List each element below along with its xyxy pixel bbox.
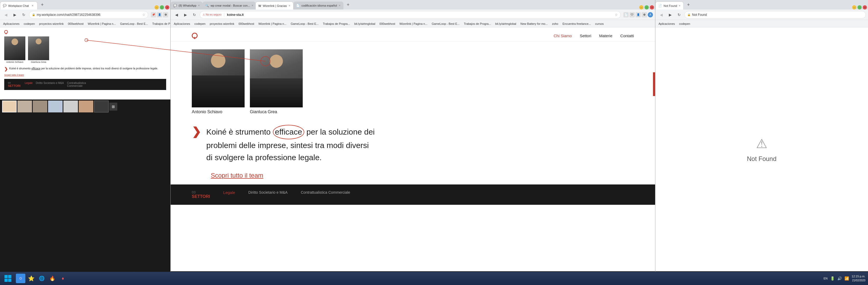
- back-button-main[interactable]: ◀: [173, 11, 180, 19]
- close-notfound[interactable]: ✕: [679, 4, 681, 7]
- pdf-ext[interactable]: 📄: [623, 12, 629, 17]
- bm-000webhost2-main[interactable]: 000webhost: [378, 22, 396, 26]
- bm-proyectos-main[interactable]: proyectos wizerlink: [209, 22, 235, 26]
- nav-bar-notfound: ◀ ▶ ↻ 🔒 Not Found: [655, 9, 868, 20]
- close-button-notfound[interactable]: ✕: [863, 5, 867, 9]
- legal-small[interactable]: Legale: [25, 81, 32, 87]
- reload-button-notfound[interactable]: ↻: [676, 11, 683, 19]
- address-bar-left[interactable]: 🔒 my.workplace.com/chat/t/29871622546383…: [29, 11, 148, 19]
- thumb-expand[interactable]: ⊞: [110, 103, 117, 111]
- close-codificacion[interactable]: ✕: [339, 4, 341, 7]
- new-tab-notfound[interactable]: +: [685, 1, 692, 8]
- bm-airtm2-main[interactable]: bit.ly/airtmglobal: [494, 22, 517, 26]
- address-bar-main[interactable]: ⚠ No es seguro koine-sta.it ☆: [200, 11, 621, 19]
- user-ext[interactable]: 👤: [636, 12, 641, 17]
- extension-icons-main: 📄 🛡 👤 ⚙ A: [623, 12, 653, 17]
- bookmark-gameloop[interactable]: GameLoop - Best E...: [119, 22, 149, 26]
- taskbar-app2[interactable]: 🔥: [48, 274, 57, 283]
- taskbar-app3[interactable]: ♦: [58, 274, 68, 283]
- forward-button-main[interactable]: ▶: [182, 11, 189, 19]
- tab-not-found[interactable]: 📄 Not Found ✕: [655, 2, 684, 9]
- bm-cursos[interactable]: cursos: [594, 22, 604, 26]
- tab-bar-main: 💬 (8) WhatsApp ✕ 🔍 wp crear modal - Busc…: [170, 0, 655, 9]
- thumb-6[interactable]: [79, 101, 93, 112]
- close-button-left[interactable]: ✕: [165, 5, 169, 9]
- settori-links-small: Legale Diritto Societario e M&A Contratt…: [25, 81, 86, 87]
- bm-wizerlink-main[interactable]: Wizerlink | Pagina n...: [257, 22, 287, 26]
- forward-button-left[interactable]: ▶: [11, 11, 19, 19]
- maximize-button-left[interactable]: □: [160, 5, 164, 9]
- bm-not1[interactable]: Aplicaciones: [657, 22, 676, 26]
- minimize-button-main[interactable]: —: [639, 5, 644, 9]
- bm-aplicaciones-main[interactable]: Aplicaciones: [173, 22, 191, 26]
- tab-whatsapp[interactable]: 💬 (8) WhatsApp ✕: [170, 2, 203, 9]
- tab-close-chat[interactable]: ✕: [30, 4, 35, 8]
- close-wp-crear[interactable]: ✕: [251, 4, 254, 7]
- settings-ext[interactable]: ⚙: [642, 12, 647, 17]
- maximize-button-notfound[interactable]: □: [858, 5, 862, 9]
- discover-link-small[interactable]: Scopri tutto il team: [4, 74, 166, 76]
- bm-000webhost-main[interactable]: 000webhost: [238, 22, 255, 26]
- bookmark-wizerlink2[interactable]: Wizerlink | Pagina n...: [87, 22, 117, 26]
- taskbar-file[interactable]: ⭐: [26, 274, 36, 283]
- thumb-5[interactable]: [63, 101, 78, 112]
- close-whatsapp[interactable]: ✕: [198, 4, 200, 7]
- thumb-7[interactable]: [94, 101, 108, 112]
- reload-button-left[interactable]: ↻: [20, 11, 28, 19]
- thumb-4[interactable]: [48, 101, 63, 112]
- nav-settori[interactable]: Settori: [580, 34, 591, 38]
- new-tab-button-left[interactable]: +: [38, 1, 46, 8]
- tab-workplace-chat[interactable]: 💬 Workplace Chat ✕: [0, 2, 37, 9]
- back-button-left[interactable]: ◀: [2, 11, 9, 19]
- discover-link-main[interactable]: Scopri tutto il team: [211, 172, 264, 179]
- bookmark-wizerlink[interactable]: proyectos wizerlink: [38, 22, 65, 26]
- bookmark-star-main[interactable]: ☆: [615, 13, 618, 16]
- settori-legale[interactable]: Legale: [223, 190, 235, 195]
- back-button-notfound[interactable]: ◀: [657, 11, 665, 19]
- bm-wizerlink2-main[interactable]: Wizerlink | Pagina n...: [398, 22, 429, 26]
- bookmark-codepen[interactable]: codepen: [23, 22, 36, 26]
- thumb-1[interactable]: [2, 101, 17, 112]
- bm-airtm-main[interactable]: bit.ly/airtmglobal: [353, 22, 376, 26]
- bm-freelance[interactable]: Encuentra freelance...: [561, 22, 592, 26]
- thumb-3[interactable]: [33, 101, 47, 112]
- bookmark-star-left[interactable]: ☆: [143, 13, 145, 16]
- bm-gameloop-main[interactable]: GameLoop - Best E...: [289, 22, 320, 26]
- bookmark-000webhost[interactable]: 000webhost: [67, 22, 85, 26]
- thumb-2[interactable]: [18, 101, 32, 112]
- close-wizerlink[interactable]: ✕: [288, 4, 290, 7]
- maximize-button-main[interactable]: □: [645, 5, 649, 9]
- avatar-ext[interactable]: A: [648, 12, 653, 17]
- nav-materie[interactable]: Materie: [599, 34, 612, 38]
- nav-chi-siamo[interactable]: Chi Siamo: [554, 34, 572, 38]
- nav-contatti[interactable]: Contatti: [620, 34, 634, 38]
- bookmark-aplicaciones[interactable]: Aplicaciones: [2, 22, 21, 26]
- close-button-main[interactable]: ✕: [650, 5, 654, 9]
- reload-button-main[interactable]: ↻: [191, 11, 198, 19]
- gianluca-name-small: Gianluca Grea: [28, 61, 49, 63]
- ext-icon-1[interactable]: 📌: [151, 12, 156, 17]
- bm-new-battery[interactable]: New Battery for mo...: [519, 22, 549, 26]
- start-button[interactable]: [3, 273, 13, 284]
- minimize-button-notfound[interactable]: —: [852, 5, 857, 9]
- minimize-button-left[interactable]: —: [155, 5, 159, 9]
- shield-ext[interactable]: 🛡: [629, 12, 635, 17]
- tab-codificacion[interactable]: 📄 codificación idioma español ✕: [293, 2, 343, 9]
- bm-zoho[interactable]: zoho: [551, 22, 559, 26]
- bm-trabajos-main[interactable]: Trabajos de Progra...: [322, 22, 351, 26]
- bm-trabajos2-main[interactable]: Trabajos de Progra...: [463, 22, 492, 26]
- tab-wp-crear[interactable]: 🔍 wp crear modal - Buscar con... ✕: [203, 2, 255, 9]
- tab-wizerlink[interactable]: W Wizerlink | Gracias ✕: [255, 2, 293, 9]
- bm-not2[interactable]: codepen: [678, 22, 691, 26]
- wp-crear-favicon: 🔍: [205, 4, 209, 7]
- taskbar-app1[interactable]: 🌐: [37, 274, 46, 283]
- taskbar-chrome[interactable]: [16, 274, 25, 283]
- bm-gameloop2-main[interactable]: GameLoop - Best E...: [431, 22, 461, 26]
- bm-codepen-main[interactable]: codepen: [193, 22, 207, 26]
- ext-icon-2[interactable]: 👤: [157, 12, 162, 17]
- ext-icon-3[interactable]: ⚙: [163, 12, 168, 17]
- bookmark-trabajos[interactable]: Trabajos de Prg...: [151, 22, 170, 26]
- new-tab-main[interactable]: +: [344, 1, 352, 8]
- forward-button-notfound[interactable]: ▶: [666, 11, 674, 19]
- address-bar-notfound[interactable]: 🔒 Not Found: [684, 11, 866, 19]
